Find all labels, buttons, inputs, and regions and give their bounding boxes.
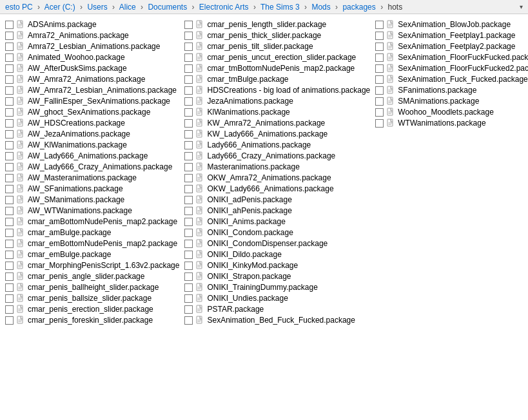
list-item[interactable]: HDSCreations - big load of animations.pa… xyxy=(182,85,373,95)
file-checkbox[interactable] xyxy=(184,163,193,171)
list-item[interactable]: ONIKI_CondomDispenser.package xyxy=(182,238,373,249)
list-item[interactable]: AW_FallinEsper_SexAnimations.package xyxy=(3,96,182,106)
file-checkbox[interactable] xyxy=(375,119,384,128)
file-checkbox[interactable] xyxy=(184,283,193,292)
list-item[interactable]: ONIKI_adPenis.package xyxy=(182,195,373,205)
file-checkbox[interactable] xyxy=(184,174,193,182)
file-checkbox[interactable] xyxy=(375,32,384,40)
list-item[interactable]: AW_KlWanimations.package xyxy=(3,140,182,150)
file-checkbox[interactable] xyxy=(184,262,193,270)
file-checkbox[interactable] xyxy=(5,97,14,106)
list-item[interactable]: ONIKI_Strapon.package xyxy=(182,271,373,282)
list-item[interactable]: AW_JezaAnimations.package xyxy=(3,129,182,139)
list-item[interactable]: cmar_penis_uncut_erection_slider.package xyxy=(182,52,373,62)
list-item[interactable]: cmar_MorphingPenisScript_1.63v2.package xyxy=(3,260,182,271)
file-checkbox[interactable] xyxy=(184,305,193,314)
breadcrumb-dropdown-icon[interactable]: ▾ xyxy=(520,3,523,10)
list-item[interactable]: AW_Lady666_Crazy_Animations.package xyxy=(3,162,182,172)
file-checkbox[interactable] xyxy=(184,196,193,204)
list-item[interactable]: cmar_penis_angle_slider.package xyxy=(3,271,182,282)
file-checkbox[interactable] xyxy=(184,218,193,226)
list-item[interactable]: ONIKI_Dildo.package xyxy=(182,249,373,260)
file-checkbox[interactable] xyxy=(184,272,193,281)
file-checkbox[interactable] xyxy=(5,240,14,248)
list-item[interactable]: ONIKI_Condom.package xyxy=(182,227,373,238)
file-checkbox[interactable] xyxy=(5,272,14,281)
file-checkbox[interactable] xyxy=(375,64,384,73)
list-item[interactable]: SexAnimation_Bed_Fuck_Fucked.package xyxy=(182,315,373,325)
file-checkbox[interactable] xyxy=(5,251,14,259)
list-item[interactable]: JezaAnimations.package xyxy=(182,96,373,106)
file-checkbox[interactable] xyxy=(5,64,14,73)
file-checkbox[interactable] xyxy=(184,185,193,193)
file-checkbox[interactable] xyxy=(5,305,14,314)
file-checkbox[interactable] xyxy=(184,141,193,149)
file-checkbox[interactable] xyxy=(5,75,14,84)
list-item[interactable]: PSTAR.package xyxy=(182,304,373,314)
file-checkbox[interactable] xyxy=(5,108,14,117)
file-checkbox[interactable] xyxy=(184,152,193,160)
file-checkbox[interactable] xyxy=(375,86,384,95)
list-item[interactable]: SexAnimation_FloorFuckFucked.package xyxy=(373,52,528,62)
file-checkbox[interactable] xyxy=(5,86,14,95)
file-checkbox[interactable] xyxy=(184,229,193,237)
file-checkbox[interactable] xyxy=(184,251,193,259)
file-checkbox[interactable] xyxy=(5,163,14,171)
file-checkbox[interactable] xyxy=(184,43,193,51)
file-checkbox[interactable] xyxy=(184,32,193,40)
file-checkbox[interactable] xyxy=(5,174,14,182)
list-item[interactable]: cmar_emBottomNudePenis_map2.package xyxy=(3,238,182,249)
file-checkbox[interactable] xyxy=(184,240,193,248)
file-checkbox[interactable] xyxy=(184,108,193,117)
file-checkbox[interactable] xyxy=(5,152,14,160)
file-checkbox[interactable] xyxy=(5,229,14,237)
list-item[interactable]: cmar_penis_length_slider.package xyxy=(182,19,373,30)
file-checkbox[interactable] xyxy=(184,53,193,62)
list-item[interactable]: Masteranimations.package xyxy=(182,162,373,172)
list-item[interactable]: cmar_penis_tilt_slider.package xyxy=(182,41,373,52)
file-checkbox[interactable] xyxy=(184,130,193,138)
list-item[interactable]: AW_SFanimations.package xyxy=(3,184,182,194)
file-checkbox[interactable] xyxy=(184,207,193,215)
file-checkbox[interactable] xyxy=(375,97,384,106)
list-item[interactable]: SMAnimations.package xyxy=(373,96,528,106)
file-checkbox[interactable] xyxy=(5,119,14,128)
list-item[interactable]: cmar_penis_erection_slider.package xyxy=(3,304,182,314)
file-checkbox[interactable] xyxy=(184,294,193,303)
file-checkbox[interactable] xyxy=(5,283,14,292)
list-item[interactable]: ONIKI_TrainingDummy.package xyxy=(182,282,373,292)
file-checkbox[interactable] xyxy=(184,75,193,84)
list-item[interactable]: SexAnimation_Feetplay1.package xyxy=(373,30,528,41)
file-checkbox[interactable] xyxy=(5,53,14,62)
file-checkbox[interactable] xyxy=(5,262,14,270)
file-checkbox[interactable] xyxy=(184,86,193,95)
list-item[interactable]: Amra72_Lesbian_Animations.package xyxy=(3,41,182,52)
file-checkbox[interactable] xyxy=(184,119,193,128)
file-checkbox[interactable] xyxy=(5,207,14,215)
list-item[interactable]: cmar_penis_ballheight_slider.package xyxy=(3,282,182,292)
file-checkbox[interactable] xyxy=(375,75,384,84)
file-checkbox[interactable] xyxy=(5,196,14,204)
list-item[interactable]: KlWanimations.package xyxy=(182,107,373,117)
list-item[interactable]: AW_Amra72_Lesbian_Animations.package xyxy=(3,85,182,95)
list-item[interactable]: Amra72_Animations.package xyxy=(3,30,182,41)
list-item[interactable]: ONIKI_Undies.package xyxy=(182,293,373,303)
file-checkbox[interactable] xyxy=(375,53,384,62)
list-item[interactable]: ONIKI_Anims.package xyxy=(182,216,373,227)
list-item[interactable]: ADSAnims.package xyxy=(3,19,182,30)
list-item[interactable]: AW_AfterDuskSims.package xyxy=(3,63,182,73)
list-item[interactable]: SexAnimation_Feetplay2.package xyxy=(373,41,528,52)
list-item[interactable]: cmar_penis_foreskin_slider.package xyxy=(3,315,182,325)
file-checkbox[interactable] xyxy=(5,316,14,325)
list-item[interactable]: AW_Lady666_Animations.package xyxy=(3,151,182,161)
list-item[interactable]: Lady666_Animations.package xyxy=(182,140,373,150)
list-item[interactable]: AW_Masteranimations.package xyxy=(3,173,182,183)
list-item[interactable]: cmar_tmBottomNudePenis_map2.package xyxy=(182,63,373,73)
file-checkbox[interactable] xyxy=(184,316,193,325)
list-item[interactable]: SFanimations.package xyxy=(373,85,528,95)
file-checkbox[interactable] xyxy=(375,43,384,51)
list-item[interactable]: AW_SManimations.package xyxy=(3,195,182,205)
list-item[interactable]: cmar_tmBulge.package xyxy=(182,74,373,84)
list-item[interactable]: AW_ghoct_SexAnimations.package xyxy=(3,107,182,117)
file-checkbox[interactable] xyxy=(184,21,193,29)
